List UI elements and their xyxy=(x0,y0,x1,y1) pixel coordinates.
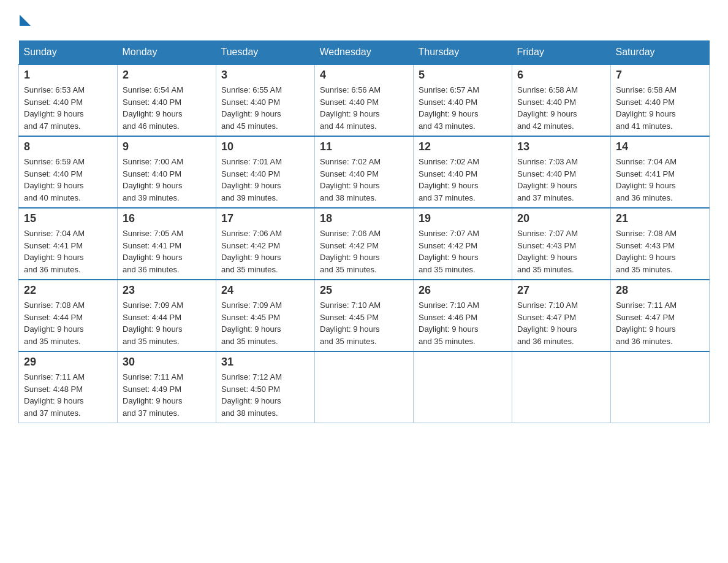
day-info: Sunrise: 7:04 AM Sunset: 4:41 PM Dayligh… xyxy=(616,156,704,204)
day-number: 2 xyxy=(123,69,211,82)
logo xyxy=(18,12,31,28)
day-number: 5 xyxy=(419,69,507,82)
day-info: Sunrise: 6:56 AM Sunset: 4:40 PM Dayligh… xyxy=(320,84,408,132)
calendar-cell: 7 Sunrise: 6:58 AM Sunset: 4:40 PM Dayli… xyxy=(611,64,710,136)
calendar-cell: 11 Sunrise: 7:02 AM Sunset: 4:40 PM Dayl… xyxy=(315,136,414,208)
day-info: Sunrise: 7:03 AM Sunset: 4:40 PM Dayligh… xyxy=(517,156,605,204)
weekday-header-sunday: Sunday xyxy=(19,40,118,64)
day-number: 27 xyxy=(517,284,605,297)
weekday-header-saturday: Saturday xyxy=(611,40,710,64)
day-number: 6 xyxy=(517,69,605,82)
day-number: 23 xyxy=(123,284,211,297)
day-number: 14 xyxy=(616,140,704,153)
day-info: Sunrise: 7:07 AM Sunset: 4:43 PM Dayligh… xyxy=(517,228,605,275)
weekday-header-tuesday: Tuesday xyxy=(216,40,315,64)
day-info: Sunrise: 7:08 AM Sunset: 4:43 PM Dayligh… xyxy=(616,228,704,275)
day-number: 15 xyxy=(24,212,112,225)
calendar-cell: 18 Sunrise: 7:06 AM Sunset: 4:42 PM Dayl… xyxy=(315,208,414,280)
day-info: Sunrise: 7:06 AM Sunset: 4:42 PM Dayligh… xyxy=(221,228,309,275)
weekday-header-wednesday: Wednesday xyxy=(315,40,414,64)
day-info: Sunrise: 7:12 AM Sunset: 4:50 PM Dayligh… xyxy=(221,371,309,419)
day-info: Sunrise: 6:57 AM Sunset: 4:40 PM Dayligh… xyxy=(419,84,507,132)
calendar-cell: 24 Sunrise: 7:09 AM Sunset: 4:45 PM Dayl… xyxy=(216,280,315,351)
day-number: 20 xyxy=(517,212,605,225)
day-number: 17 xyxy=(221,212,309,225)
week-row-1: 1 Sunrise: 6:53 AM Sunset: 4:40 PM Dayli… xyxy=(19,64,710,136)
calendar-cell: 20 Sunrise: 7:07 AM Sunset: 4:43 PM Dayl… xyxy=(512,208,611,280)
logo-triangle-icon xyxy=(20,12,31,26)
calendar-cell: 16 Sunrise: 7:05 AM Sunset: 4:41 PM Dayl… xyxy=(118,208,216,280)
day-number: 22 xyxy=(24,284,112,297)
day-number: 10 xyxy=(221,140,309,153)
day-number: 18 xyxy=(320,212,408,225)
calendar-cell: 8 Sunrise: 6:59 AM Sunset: 4:40 PM Dayli… xyxy=(19,136,118,208)
day-number: 4 xyxy=(320,69,408,82)
day-number: 11 xyxy=(320,140,408,153)
day-info: Sunrise: 7:04 AM Sunset: 4:41 PM Dayligh… xyxy=(24,228,112,275)
day-number: 31 xyxy=(221,356,309,369)
week-row-3: 15 Sunrise: 7:04 AM Sunset: 4:41 PM Dayl… xyxy=(19,208,710,280)
day-info: Sunrise: 7:00 AM Sunset: 4:40 PM Dayligh… xyxy=(123,156,211,204)
calendar-cell xyxy=(315,351,414,423)
day-number: 8 xyxy=(24,140,112,153)
day-info: Sunrise: 7:11 AM Sunset: 4:48 PM Dayligh… xyxy=(24,371,112,419)
day-number: 26 xyxy=(419,284,507,297)
day-info: Sunrise: 6:55 AM Sunset: 4:40 PM Dayligh… xyxy=(221,84,309,132)
calendar-cell: 31 Sunrise: 7:12 AM Sunset: 4:50 PM Dayl… xyxy=(216,351,315,423)
calendar-cell: 21 Sunrise: 7:08 AM Sunset: 4:43 PM Dayl… xyxy=(611,208,710,280)
page-header xyxy=(18,12,710,28)
day-info: Sunrise: 6:58 AM Sunset: 4:40 PM Dayligh… xyxy=(517,84,605,132)
day-info: Sunrise: 7:02 AM Sunset: 4:40 PM Dayligh… xyxy=(419,156,507,204)
calendar-cell: 22 Sunrise: 7:08 AM Sunset: 4:44 PM Dayl… xyxy=(19,280,118,351)
day-info: Sunrise: 7:05 AM Sunset: 4:41 PM Dayligh… xyxy=(123,228,211,275)
week-row-2: 8 Sunrise: 6:59 AM Sunset: 4:40 PM Dayli… xyxy=(19,136,710,208)
day-info: Sunrise: 6:54 AM Sunset: 4:40 PM Dayligh… xyxy=(123,84,211,132)
day-info: Sunrise: 7:09 AM Sunset: 4:44 PM Dayligh… xyxy=(123,299,211,347)
day-number: 12 xyxy=(419,140,507,153)
day-number: 24 xyxy=(221,284,309,297)
calendar-cell: 5 Sunrise: 6:57 AM Sunset: 4:40 PM Dayli… xyxy=(414,64,512,136)
day-info: Sunrise: 7:10 AM Sunset: 4:45 PM Dayligh… xyxy=(320,299,408,347)
calendar-cell: 10 Sunrise: 7:01 AM Sunset: 4:40 PM Dayl… xyxy=(216,136,315,208)
day-info: Sunrise: 6:53 AM Sunset: 4:40 PM Dayligh… xyxy=(24,84,112,132)
weekday-header-row: SundayMondayTuesdayWednesdayThursdayFrid… xyxy=(19,40,710,64)
day-info: Sunrise: 6:58 AM Sunset: 4:40 PM Dayligh… xyxy=(616,84,704,132)
day-number: 3 xyxy=(221,69,309,82)
calendar-cell: 26 Sunrise: 7:10 AM Sunset: 4:46 PM Dayl… xyxy=(414,280,512,351)
calendar-cell: 30 Sunrise: 7:11 AM Sunset: 4:49 PM Dayl… xyxy=(118,351,216,423)
calendar-cell xyxy=(414,351,512,423)
calendar-cell: 27 Sunrise: 7:10 AM Sunset: 4:47 PM Dayl… xyxy=(512,280,611,351)
calendar-cell: 3 Sunrise: 6:55 AM Sunset: 4:40 PM Dayli… xyxy=(216,64,315,136)
calendar-table: SundayMondayTuesdayWednesdayThursdayFrid… xyxy=(18,40,710,423)
calendar-cell: 13 Sunrise: 7:03 AM Sunset: 4:40 PM Dayl… xyxy=(512,136,611,208)
day-info: Sunrise: 7:02 AM Sunset: 4:40 PM Dayligh… xyxy=(320,156,408,204)
week-row-5: 29 Sunrise: 7:11 AM Sunset: 4:48 PM Dayl… xyxy=(19,351,710,423)
calendar-cell: 9 Sunrise: 7:00 AM Sunset: 4:40 PM Dayli… xyxy=(118,136,216,208)
day-number: 21 xyxy=(616,212,704,225)
weekday-header-monday: Monday xyxy=(118,40,216,64)
calendar-cell: 28 Sunrise: 7:11 AM Sunset: 4:47 PM Dayl… xyxy=(611,280,710,351)
calendar-cell: 12 Sunrise: 7:02 AM Sunset: 4:40 PM Dayl… xyxy=(414,136,512,208)
day-info: Sunrise: 7:08 AM Sunset: 4:44 PM Dayligh… xyxy=(24,299,112,347)
day-number: 13 xyxy=(517,140,605,153)
week-row-4: 22 Sunrise: 7:08 AM Sunset: 4:44 PM Dayl… xyxy=(19,280,710,351)
day-number: 19 xyxy=(419,212,507,225)
calendar-cell: 14 Sunrise: 7:04 AM Sunset: 4:41 PM Dayl… xyxy=(611,136,710,208)
calendar-cell: 17 Sunrise: 7:06 AM Sunset: 4:42 PM Dayl… xyxy=(216,208,315,280)
calendar-cell xyxy=(611,351,710,423)
day-info: Sunrise: 7:11 AM Sunset: 4:49 PM Dayligh… xyxy=(123,371,211,419)
calendar-cell: 25 Sunrise: 7:10 AM Sunset: 4:45 PM Dayl… xyxy=(315,280,414,351)
day-number: 7 xyxy=(616,69,704,82)
weekday-header-friday: Friday xyxy=(512,40,611,64)
day-number: 30 xyxy=(123,356,211,369)
day-info: Sunrise: 6:59 AM Sunset: 4:40 PM Dayligh… xyxy=(24,156,112,204)
day-info: Sunrise: 7:09 AM Sunset: 4:45 PM Dayligh… xyxy=(221,299,309,347)
calendar-cell: 23 Sunrise: 7:09 AM Sunset: 4:44 PM Dayl… xyxy=(118,280,216,351)
day-info: Sunrise: 7:11 AM Sunset: 4:47 PM Dayligh… xyxy=(616,299,704,347)
calendar-cell: 15 Sunrise: 7:04 AM Sunset: 4:41 PM Dayl… xyxy=(19,208,118,280)
day-number: 29 xyxy=(24,356,112,369)
day-number: 25 xyxy=(320,284,408,297)
day-number: 16 xyxy=(123,212,211,225)
calendar-cell: 19 Sunrise: 7:07 AM Sunset: 4:42 PM Dayl… xyxy=(414,208,512,280)
calendar-cell: 6 Sunrise: 6:58 AM Sunset: 4:40 PM Dayli… xyxy=(512,64,611,136)
